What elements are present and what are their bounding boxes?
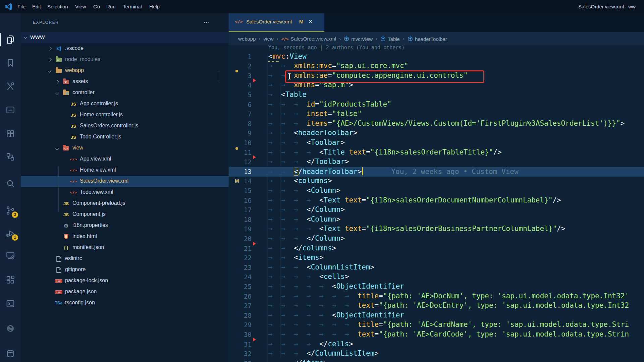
menu-item-go[interactable]: Go — [93, 0, 100, 13]
tab-whitespace-icon: → — [294, 225, 307, 233]
code-editor[interactable]: You, seconds ago | 2 authors (You and ot… — [229, 45, 644, 362]
code-line-25[interactable]: →→→→→<ObjectIdentifier — [268, 282, 404, 290]
tree-item-webapp[interactable]: webapp — [21, 65, 229, 76]
breadcrumb-item-mvc-view[interactable]: mvc:View — [344, 36, 373, 42]
code-line-17[interactable]: →→→</Column> — [268, 205, 345, 214]
code-line-21[interactable]: →→</columns> — [268, 244, 336, 252]
terminal-icon[interactable] — [0, 295, 21, 312]
tree-item-component-preload-js[interactable]: JSComponent-preload.js — [21, 198, 229, 209]
workflow-icon[interactable] — [0, 148, 21, 166]
breadcrumb-item-headertoolbar[interactable]: headerToolbar — [408, 36, 447, 42]
tree-item-manifest-json[interactable]: { }manifest.json — [21, 242, 229, 253]
git-deleted-lines-marker[interactable] — [253, 338, 256, 342]
source-control-icon[interactable]: 3 — [0, 202, 21, 219]
git-deleted-lines-marker[interactable] — [253, 242, 256, 246]
git-deleted-lines-marker[interactable] — [253, 155, 256, 159]
code-line-5[interactable]: →<Table — [268, 90, 307, 99]
code-line-8[interactable]: →→→items="{AE>/CustomViews/Views.Custom(… — [268, 119, 625, 127]
code-line-15[interactable]: →→→<Column> — [268, 186, 340, 194]
workspace-row-www[interactable]: WWW — [21, 32, 229, 43]
globe-icon[interactable] — [0, 320, 21, 337]
tree-item-assets[interactable]: ⚙assets — [21, 76, 229, 87]
close-icon[interactable]: × — [309, 18, 312, 25]
run-debug-icon[interactable]: 1 — [0, 225, 21, 242]
menu-item-view[interactable]: View — [75, 0, 86, 13]
tree-item-home-view-xml[interactable]: </>Home.view.xml — [21, 165, 229, 176]
tab-whitespace-icon: → — [268, 263, 281, 271]
code-line-16[interactable]: →→→→<Text text="{i18n>salesOrderDocument… — [268, 196, 561, 204]
tree-item-view[interactable]: </>view — [21, 143, 229, 154]
tree-item-controller[interactable]: ⚙controller — [21, 87, 229, 99]
code-line-19[interactable]: →→→→<Text text="{i18n>salesOrderBusiness… — [268, 225, 565, 233]
code-line-28[interactable]: →→→→→<ObjectIdentifier — [268, 311, 404, 319]
tree-item--vscode[interactable]: .vscode — [21, 43, 229, 54]
tree-item-salesorder-view-xml[interactable]: </>SalesOrder.view.xmlM — [21, 176, 229, 187]
code-line-22[interactable]: →→<items> — [268, 253, 324, 261]
code-line-14[interactable]: →→<columns> — [268, 177, 332, 185]
tree-item-home-controller-js[interactable]: JSHome.controller.js — [21, 110, 229, 121]
tree-item-eslintrc[interactable]: eslintrc — [21, 253, 229, 264]
codelens-authors[interactable]: You, seconds ago | 2 authors (You and ot… — [268, 45, 405, 51]
breadcrumb-item-webapp[interactable]: webapp — [238, 36, 256, 42]
code-line-9[interactable]: →→<headerToolbar> — [268, 129, 358, 137]
tree-item-tsconfig-json[interactable]: TS⚙tsconfig.json — [21, 298, 229, 309]
tree-item-package-lock-json[interactable]: npmpackage-lock.json — [21, 276, 229, 287]
remote-icon[interactable] — [0, 247, 21, 264]
code-line-30[interactable]: →→→→→→→text="{path: 'AE>CardCode', type:… — [268, 330, 629, 338]
extensions-icon[interactable] — [0, 271, 21, 289]
menu-item-file[interactable]: File — [17, 0, 25, 13]
code-line-11[interactable]: →→→→<Title text="{i18n>salesOrderTableTi… — [268, 148, 502, 156]
api-icon[interactable]: API — [0, 101, 21, 119]
code-line-29[interactable]: →→→→→→→title="{path: 'AE>CardName', type… — [268, 320, 629, 328]
menu-item-help[interactable]: Help — [149, 0, 160, 13]
code-line-2[interactable]: →→xmlns:mvc="sap.ui.core.mvc" — [268, 62, 408, 70]
tab-whitespace-icon: → — [332, 320, 345, 328]
tree-item-todo-controller-js[interactable]: JSTodo.Controller.js — [21, 132, 229, 143]
code-line-1[interactable]: <mvc:View — [268, 52, 307, 60]
code-line-24[interactable]: →→→→<cells> — [268, 273, 349, 281]
tree-item-node-modules[interactable]: ⬡node_modules — [21, 54, 229, 65]
code-line-33[interactable]: →→</items> — [268, 359, 328, 362]
breadcrumb-item-view[interactable]: view — [264, 36, 274, 42]
tab-whitespace-icon: → — [281, 359, 294, 362]
code-line-32[interactable]: →→→</ColumnListItem> — [268, 349, 379, 357]
token-tag: Column — [311, 215, 336, 223]
tree-item-app-controller-js[interactable]: JSApp.controller.js — [21, 99, 229, 110]
code-line-7[interactable]: →→→inset="false" — [268, 110, 362, 118]
code-line-12[interactable]: →→→</Toolbar> — [268, 158, 349, 166]
menu-item-run[interactable]: Run — [106, 0, 116, 13]
tree-item-i18n-properties[interactable]: ⚙i18n.properties — [21, 220, 229, 231]
breadcrumb-item-table[interactable]: Table — [380, 36, 400, 42]
search-icon[interactable] — [0, 175, 21, 192]
database-icon[interactable] — [0, 345, 21, 362]
menu-item-selection[interactable]: Selection — [47, 0, 68, 13]
code-line-10[interactable]: →→→<Toolbar> — [268, 138, 345, 146]
tree-item-package-json[interactable]: npmpackage.json — [21, 287, 229, 298]
code-line-31[interactable]: →→→→</cells> — [268, 340, 353, 348]
code-line-6[interactable]: →→→id="idProductsTable" — [268, 100, 391, 108]
menu-item-edit[interactable]: Edit — [32, 0, 41, 13]
tools-icon[interactable] — [0, 78, 21, 95]
breadcrumb-item-salesorder-view-xml[interactable]: </>SalesOrder.view.xml — [281, 36, 336, 42]
code-line-13[interactable]: →→</headerToolbar>You, 2 weeks ago • Cus… — [268, 167, 519, 176]
tree-item-app-view-xml[interactable]: </>App.view.xml — [21, 154, 229, 165]
tab-salesorder-view-xml[interactable]: </> SalesOrder.view.xml M × — [229, 13, 324, 32]
menu-item-terminal[interactable]: Terminal — [123, 0, 142, 13]
tree-item-index-html[interactable]: 5index.html — [21, 231, 229, 242]
token-tag: Column — [315, 234, 340, 242]
git-deleted-lines-marker[interactable] — [253, 78, 256, 82]
book-icon[interactable] — [0, 125, 21, 142]
tree-item-component-js[interactable]: JSComponent.js — [21, 209, 229, 220]
tree-item-gitignore[interactable]: gitignore — [21, 264, 229, 276]
code-line-20[interactable]: →→→</Column> — [268, 234, 345, 242]
tree-item-salesorders-controller-js[interactable]: JSSalesOrders.controller.js — [21, 121, 229, 132]
tree-item-todo-view-xml[interactable]: </>Todo.view.xml — [21, 187, 229, 198]
explorer-icon[interactable] — [0, 31, 21, 48]
more-actions-icon[interactable]: ⋯ — [203, 18, 210, 26]
xml-icon: </> — [70, 178, 77, 185]
code-line-27[interactable]: →→→→→→→text="{path: 'AE>DocEntry', type:… — [268, 301, 629, 309]
code-line-26[interactable]: →→→→→→→title="{path: 'AE>DocNum', type: … — [268, 292, 629, 300]
code-line-23[interactable]: →→→<ColumnListItem> — [268, 263, 374, 271]
bookmark-icon[interactable] — [0, 54, 21, 72]
code-line-18[interactable]: →→→<Column> — [268, 215, 340, 223]
